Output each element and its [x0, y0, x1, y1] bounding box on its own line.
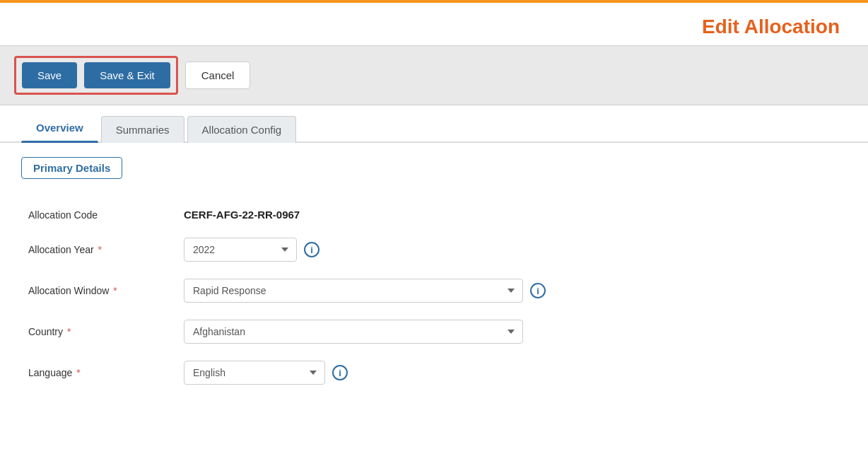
allocation-window-control: Rapid Response Underfunded Emergencies i — [184, 279, 546, 303]
allocation-year-required: * — [95, 244, 102, 255]
cancel-button[interactable]: Cancel — [185, 62, 251, 89]
country-required: * — [64, 326, 71, 337]
content-area: Primary Details Allocation Code CERF-AFG… — [0, 143, 868, 414]
allocation-code-label: Allocation Code — [28, 209, 170, 221]
language-required: * — [74, 367, 80, 378]
allocation-window-required: * — [110, 285, 117, 296]
allocation-year-control: 2022 2021 2020 2023 i — [184, 238, 319, 262]
save-buttons-highlight: Save Save & Exit — [14, 56, 178, 95]
page-header: Edit Allocation — [0, 3, 868, 45]
language-select[interactable]: English French Spanish Arabic — [184, 361, 325, 385]
page-wrapper: Edit Allocation Save Save & Exit Cancel … — [0, 0, 868, 454]
country-select-wrapper: Afghanistan Yemen Syria — [184, 320, 523, 344]
primary-details-title: Primary Details — [33, 162, 110, 174]
primary-details-box: Primary Details — [21, 157, 122, 179]
save-exit-button[interactable]: Save & Exit — [84, 62, 170, 88]
country-control: Afghanistan Yemen Syria — [184, 320, 523, 344]
allocation-year-row: Allocation Year * 2022 2021 2020 2023 i — [28, 229, 840, 270]
allocation-code-row: Allocation Code CERF-AFG-22-RR-0967 — [28, 200, 840, 229]
allocation-year-select-wrapper: 2022 2021 2020 2023 — [184, 238, 297, 262]
tab-summaries[interactable]: Summaries — [101, 116, 184, 143]
save-button[interactable]: Save — [22, 62, 77, 88]
allocation-window-label: Allocation Window * — [28, 285, 170, 296]
page-title: Edit Allocation — [702, 16, 840, 38]
country-label: Country * — [28, 326, 170, 337]
language-info-icon[interactable]: i — [332, 365, 348, 380]
country-row: Country * Afghanistan Yemen Syria — [28, 311, 840, 352]
country-select[interactable]: Afghanistan Yemen Syria — [184, 320, 523, 344]
tab-allocation-config[interactable]: Allocation Config — [187, 116, 297, 143]
language-select-wrapper: English French Spanish Arabic — [184, 361, 325, 385]
allocation-window-select[interactable]: Rapid Response Underfunded Emergencies — [184, 279, 523, 303]
tab-overview[interactable]: Overview — [21, 114, 98, 143]
form-section: Allocation Code CERF-AFG-22-RR-0967 Allo… — [21, 193, 847, 400]
language-label: Language * — [28, 367, 170, 378]
allocation-year-select[interactable]: 2022 2021 2020 2023 — [184, 238, 297, 262]
allocation-window-row: Allocation Window * Rapid Response Under… — [28, 270, 840, 311]
allocation-window-select-wrapper: Rapid Response Underfunded Emergencies — [184, 279, 523, 303]
allocation-year-info-icon[interactable]: i — [304, 242, 319, 257]
language-row: Language * English French Spanish Arabic… — [28, 352, 840, 393]
toolbar-area: Save Save & Exit Cancel — [0, 45, 868, 105]
allocation-year-label: Allocation Year * — [28, 244, 170, 255]
allocation-code-value: CERF-AFG-22-RR-0967 — [184, 209, 300, 221]
tabs-container: Overview Summaries Allocation Config — [0, 112, 868, 143]
allocation-window-info-icon[interactable]: i — [530, 283, 546, 298]
language-control: English French Spanish Arabic i — [184, 361, 348, 385]
